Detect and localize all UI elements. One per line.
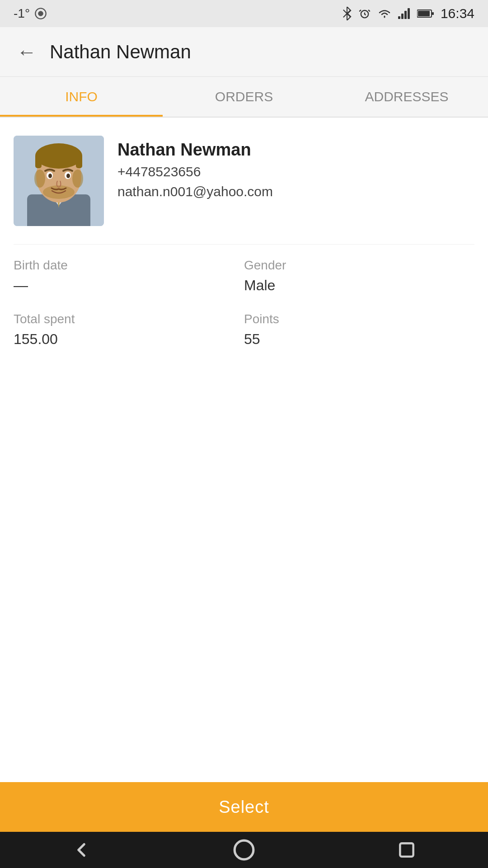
avatar-image bbox=[14, 136, 104, 226]
gender-value: Male bbox=[244, 277, 474, 294]
profile-info: Nathan Newman +4478523656 nathan.n001@ya… bbox=[117, 136, 273, 199]
svg-rect-9 bbox=[432, 12, 434, 15]
gender-item: Gender Male bbox=[244, 258, 474, 294]
profile-phone: +4478523656 bbox=[117, 164, 273, 179]
birth-date-item: Birth date — bbox=[14, 258, 244, 294]
total-spent-value: 155.00 bbox=[14, 331, 244, 348]
time-text: 16:34 bbox=[441, 6, 474, 21]
profile-email: nathan.n001@yahoo.com bbox=[117, 184, 273, 199]
svg-point-25 bbox=[66, 174, 70, 178]
sync-icon bbox=[34, 7, 47, 20]
svg-rect-6 bbox=[408, 8, 410, 19]
wifi-icon bbox=[377, 8, 392, 19]
svg-point-19 bbox=[34, 170, 45, 188]
profile-name: Nathan Newman bbox=[117, 140, 273, 160]
birth-date-label: Birth date bbox=[14, 258, 244, 273]
header-title: Nathan Newman bbox=[50, 41, 191, 63]
nav-back-icon bbox=[70, 839, 93, 861]
tab-info[interactable]: INFO bbox=[0, 77, 163, 117]
avatar bbox=[14, 136, 104, 226]
bluetooth-icon bbox=[342, 7, 352, 20]
back-arrow-icon: ← bbox=[17, 41, 37, 63]
svg-point-20 bbox=[72, 170, 83, 188]
total-spent-item: Total spent 155.00 bbox=[14, 312, 244, 348]
battery-icon bbox=[417, 9, 434, 18]
gender-label: Gender bbox=[244, 258, 474, 273]
tab-orders[interactable]: ORDERS bbox=[163, 77, 325, 117]
alarm-icon bbox=[358, 7, 371, 20]
svg-rect-17 bbox=[35, 155, 42, 168]
info-grid: Birth date — Gender Male Total spent 155… bbox=[0, 249, 488, 357]
svg-point-24 bbox=[48, 174, 52, 178]
svg-rect-4 bbox=[401, 14, 404, 19]
svg-rect-18 bbox=[76, 155, 82, 168]
svg-rect-27 bbox=[400, 843, 413, 856]
divider-1 bbox=[14, 244, 474, 245]
nav-square-button[interactable] bbox=[393, 836, 420, 863]
tab-orders-label: ORDERS bbox=[215, 89, 273, 104]
points-value: 55 bbox=[244, 331, 474, 348]
temperature-text: -1° bbox=[14, 6, 30, 21]
status-bar-left: -1° bbox=[14, 6, 47, 21]
nav-square-icon bbox=[397, 840, 417, 860]
nav-home-button[interactable] bbox=[230, 836, 258, 863]
svg-rect-3 bbox=[398, 16, 400, 19]
status-bar: -1° bbox=[0, 0, 488, 27]
svg-rect-8 bbox=[418, 11, 430, 16]
nav-home-icon bbox=[233, 839, 255, 861]
svg-rect-5 bbox=[404, 11, 407, 19]
svg-point-26 bbox=[235, 840, 253, 859]
select-label: Select bbox=[219, 797, 269, 817]
status-bar-right: 16:34 bbox=[342, 6, 474, 21]
nav-back-button[interactable] bbox=[68, 836, 95, 863]
select-button[interactable]: Select bbox=[0, 782, 488, 832]
tabs-container: INFO ORDERS ADDRESSES bbox=[0, 77, 488, 118]
points-item: Points 55 bbox=[244, 312, 474, 348]
svg-point-16 bbox=[35, 143, 82, 169]
tab-info-label: INFO bbox=[65, 89, 98, 104]
birth-date-value: — bbox=[14, 277, 244, 294]
tab-addresses-label: ADDRESSES bbox=[365, 89, 448, 104]
signal-icon bbox=[398, 8, 411, 19]
svg-point-1 bbox=[38, 11, 42, 15]
bottom-nav bbox=[0, 832, 488, 868]
tab-addresses[interactable]: ADDRESSES bbox=[325, 77, 488, 117]
points-label: Points bbox=[244, 312, 474, 326]
profile-section: Nathan Newman +4478523656 nathan.n001@ya… bbox=[0, 118, 488, 244]
header: ← Nathan Newman bbox=[0, 27, 488, 77]
back-button[interactable]: ← bbox=[11, 36, 42, 68]
total-spent-label: Total spent bbox=[14, 312, 244, 326]
